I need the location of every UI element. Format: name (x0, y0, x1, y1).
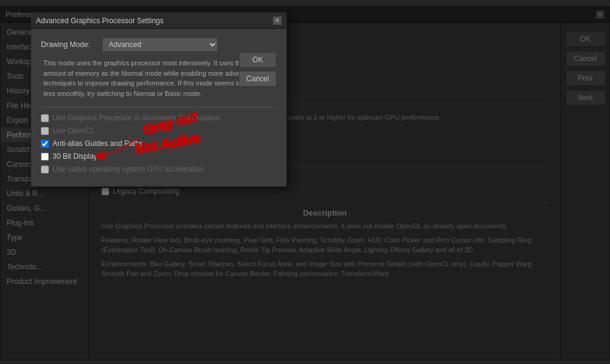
drawing-mode-select[interactable]: Advanced Normal Basic (102, 37, 218, 52)
dialog-checkbox-antialias: Anti-alias Guides and Paths (41, 139, 277, 148)
dialog-close-button[interactable]: × (273, 16, 281, 25)
dialog-checkbox-opencl: Use OpenCL (41, 126, 277, 135)
dialog-checkbox-30bit: 30 Bit Display (41, 152, 277, 161)
dialog-body: Drawing Mode: Advanced Normal Basic This… (31, 29, 286, 186)
anti-alias-label: Anti-alias Guides and Paths (53, 139, 143, 148)
dialog-separator (41, 107, 277, 107)
native-gpu-label: Use native operating system GPU accelera… (53, 165, 205, 173)
advanced-gpu-dialog: Advanced Graphics Processor Settings × D… (31, 12, 287, 187)
use-opencl-checkbox[interactable] (41, 127, 49, 135)
native-gpu-checkbox[interactable] (41, 166, 49, 173)
30bit-label: 30 Bit Display (53, 152, 97, 161)
use-opencl-label: Use OpenCL (53, 126, 95, 135)
drawing-mode-label: Drawing Mode: (41, 40, 96, 49)
dialog-ok-button[interactable]: OK (239, 52, 277, 68)
drawing-mode-row: Drawing Mode: Advanced Normal Basic (41, 37, 277, 52)
dialog-checkbox-accel: Use Graphics Processor to Accelerate Com… (41, 114, 277, 122)
accel-compute-label: Use Graphics Processor to Accelerate Com… (53, 114, 220, 122)
30bit-checkbox[interactable] (41, 153, 49, 161)
dialog-buttons: OK Cancel (239, 52, 277, 87)
accel-compute-checkbox[interactable] (41, 114, 49, 122)
dialog-titlebar: Advanced Graphics Processor Settings × (31, 13, 286, 29)
dialog-cancel-button[interactable]: Cancel (239, 71, 277, 87)
dialog-checkbox-native-gpu: Use native operating system GPU accelera… (41, 165, 277, 173)
dialog-title: Advanced Graphics Processor Settings (36, 16, 273, 25)
anti-alias-checkbox[interactable] (41, 140, 49, 148)
